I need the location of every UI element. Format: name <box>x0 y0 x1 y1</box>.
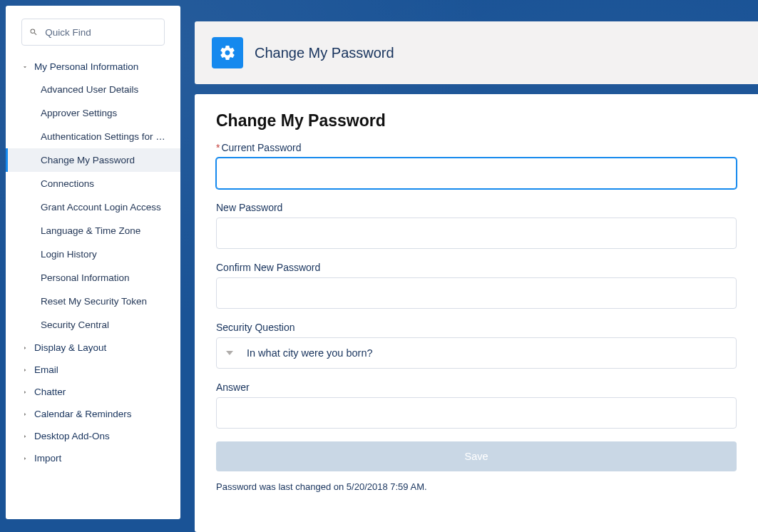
save-button[interactable]: Save <box>216 441 737 471</box>
security-question-select[interactable]: In what city were you born? <box>216 337 737 369</box>
nav-group-label: Email <box>34 364 58 375</box>
nav-group-desktop-addons[interactable]: Desktop Add-Ons <box>6 425 180 447</box>
search-box[interactable] <box>21 19 165 46</box>
nav-group-label: Desktop Add-Ons <box>34 431 110 441</box>
nav-item-language-time-zone[interactable]: Language & Time Zone <box>6 219 180 242</box>
nav-group-label: My Personal Information <box>34 61 138 72</box>
nav-group-label: Chatter <box>34 387 66 397</box>
nav-item-change-my-password[interactable]: Change My Password <box>6 148 180 172</box>
nav-group-label: Display & Layout <box>34 342 106 353</box>
nav-group-label: Calendar & Reminders <box>34 409 132 419</box>
nav-item-login-history[interactable]: Login History <box>6 242 180 266</box>
answer-label: Answer <box>216 382 737 393</box>
password-last-changed-note: Password was last changed on 5/20/2018 7… <box>216 481 737 492</box>
confirm-password-label: Confirm New Password <box>216 262 737 273</box>
nav-item-connections[interactable]: Connections <box>6 172 180 195</box>
nav-item-security-central[interactable]: Security Central <box>6 313 180 337</box>
nav-group-email[interactable]: Email <box>6 359 180 381</box>
gear-icon <box>219 44 236 61</box>
chevron-right-icon <box>21 433 29 440</box>
nav-item-authentication-settings[interactable]: Authentication Settings for Ext... <box>6 125 180 148</box>
nav-item-advanced-user-details[interactable]: Advanced User Details <box>6 78 180 101</box>
new-password-label: New Password <box>216 202 737 213</box>
security-question-label: Security Question <box>216 322 737 333</box>
answer-input[interactable] <box>216 397 737 429</box>
nav-item-personal-information[interactable]: Personal Information <box>6 266 180 290</box>
nav-item-grant-account-login-access[interactable]: Grant Account Login Access <box>6 195 180 219</box>
chevron-right-icon <box>21 367 29 374</box>
nav: My Personal Information Advanced User De… <box>6 56 180 469</box>
search-input[interactable] <box>45 27 157 38</box>
chevron-right-icon <box>21 344 29 352</box>
main: Change My Password Change My Password *C… <box>195 6 758 532</box>
nav-group-display-layout[interactable]: Display & Layout <box>6 337 180 359</box>
chevron-right-icon <box>21 389 29 396</box>
chevron-right-icon <box>21 411 29 418</box>
current-password-input[interactable] <box>216 158 737 189</box>
chevron-down-icon <box>226 351 233 355</box>
nav-item-approver-settings[interactable]: Approver Settings <box>6 101 180 125</box>
page-title: Change My Password <box>255 45 394 61</box>
page-header: Change My Password <box>195 21 758 84</box>
content-card: Change My Password *Current Password New… <box>195 94 758 532</box>
chevron-right-icon <box>21 455 29 462</box>
chevron-down-icon <box>21 63 29 71</box>
current-password-label: *Current Password <box>216 142 737 153</box>
nav-group-chatter[interactable]: Chatter <box>6 381 180 403</box>
search-icon <box>29 27 38 37</box>
nav-group-my-personal-info[interactable]: My Personal Information <box>6 56 180 78</box>
security-question-value: In what city were you born? <box>216 337 737 369</box>
gear-badge <box>212 37 243 68</box>
required-marker: * <box>216 142 220 153</box>
content-title: Change My Password <box>216 111 737 131</box>
new-password-input[interactable] <box>216 218 737 249</box>
nav-group-import[interactable]: Import <box>6 447 180 469</box>
nav-item-reset-security-token[interactable]: Reset My Security Token <box>6 290 180 313</box>
sidebar: My Personal Information Advanced User De… <box>6 6 180 519</box>
nav-group-label: Import <box>34 453 61 464</box>
confirm-password-input[interactable] <box>216 277 737 309</box>
nav-group-calendar-reminders[interactable]: Calendar & Reminders <box>6 403 180 425</box>
